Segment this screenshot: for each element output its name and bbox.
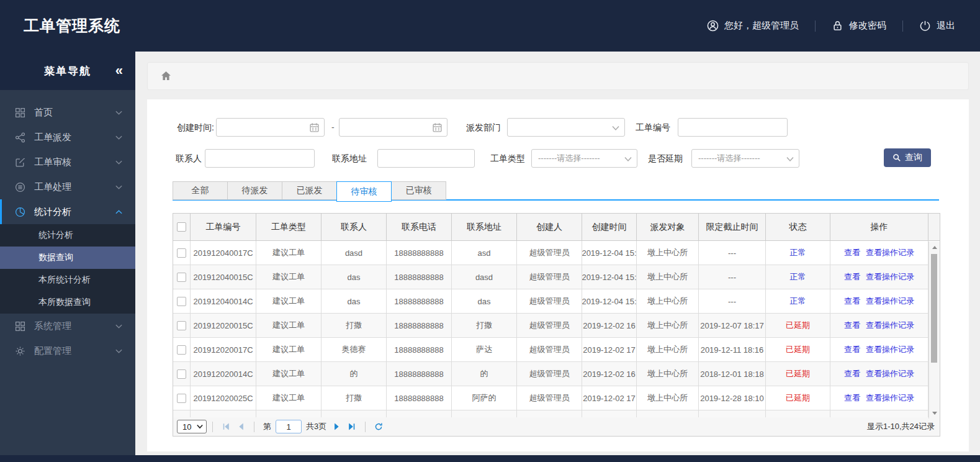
contact-addr-input[interactable] <box>377 149 475 168</box>
tab-dispatched[interactable]: 已派发 <box>282 181 337 200</box>
row-checkbox[interactable] <box>177 273 186 282</box>
sidebar-item-review[interactable]: 工单审核 <box>0 150 135 174</box>
create-time-cell: 2019-12-04 15: <box>582 289 637 314</box>
pagination-divider <box>365 422 366 432</box>
tab-reviewed[interactable]: 已审核 <box>391 181 446 200</box>
table-scrollbar[interactable] <box>928 242 940 419</box>
refresh-button[interactable] <box>373 421 384 432</box>
sidebar-item-statistics[interactable]: 统计分析 <box>0 199 135 224</box>
deadline-cell: --- <box>699 289 766 314</box>
status-cell: 已延期 <box>766 362 830 386</box>
contact-input[interactable] <box>205 149 315 168</box>
sidebar-item-system[interactable]: 系统管理 <box>0 314 135 338</box>
chevron-down-icon <box>115 134 123 142</box>
column-header: 工单类型 <box>256 214 321 241</box>
column-header: 联系人 <box>321 214 387 241</box>
sidebar-item-config[interactable]: 配置管理 <box>0 338 135 363</box>
create-time-cell: 2019-12-02 16 <box>582 314 637 338</box>
next-page-button[interactable] <box>331 421 343 432</box>
page-size-select[interactable]: 10 <box>177 420 207 433</box>
column-header: 创建人 <box>517 214 582 241</box>
work-order-table: 工单编号 工单类型 联系人 联系电话 联系地址 创建人 创建时间 派发对象 限定… <box>173 213 940 419</box>
status-cell: 正常 <box>766 265 830 289</box>
page-number-input[interactable] <box>276 420 302 433</box>
pagination-bar: 10 第 共3页 显示1-10,共24记录 <box>173 417 940 437</box>
column-header: 派发对象 <box>637 214 699 241</box>
order-no-cell: 201912040017C <box>191 241 256 265</box>
tab-to-dispatch[interactable]: 待派发 <box>227 181 282 200</box>
scrollbar-thumb[interactable] <box>931 254 937 363</box>
row-checkbox[interactable] <box>177 321 186 330</box>
calendar-icon[interactable] <box>432 122 443 133</box>
phone-cell: 18888888888 <box>387 338 452 362</box>
chevron-down-icon <box>786 156 794 162</box>
sidebar: 菜单导航 « 首页 工单派发 工单审核 工单处理 <box>0 52 135 455</box>
view-link[interactable]: 查看 <box>844 320 860 331</box>
scroll-down-arrow[interactable] <box>929 409 940 417</box>
order-type-cell: 建议工单 <box>256 386 321 410</box>
submenu-item-local-statistics[interactable]: 本所统计分析 <box>0 269 135 291</box>
row-checkbox[interactable] <box>177 248 186 258</box>
view-link[interactable]: 查看 <box>844 247 860 258</box>
dispatch-dept-select[interactable] <box>507 118 625 137</box>
date-range-separator: - <box>331 118 335 137</box>
last-page-button[interactable] <box>346 421 357 432</box>
sidebar-item-label: 统计分析 <box>34 206 71 218</box>
calendar-icon[interactable] <box>309 122 320 133</box>
order-no-input[interactable] <box>678 118 788 137</box>
view-log-link[interactable]: 查看操作记录 <box>866 320 914 331</box>
pie-chart-icon <box>15 207 25 217</box>
sidebar-collapse-icon[interactable]: « <box>115 64 123 78</box>
sidebar-item-label: 工单审核 <box>34 156 71 168</box>
order-type-cell: 建议工单 <box>256 241 321 265</box>
view-log-link[interactable]: 查看操作记录 <box>866 392 914 404</box>
home-icon[interactable] <box>161 71 171 81</box>
tab-all[interactable]: 全部 <box>173 181 228 200</box>
tab-to-review[interactable]: 待审核 <box>336 181 392 202</box>
submenu-item-data-query[interactable]: 数据查询 <box>0 247 135 269</box>
sidebar-item-dispatch[interactable]: 工单派发 <box>0 125 135 150</box>
overdue-select[interactable]: -------请选择------- <box>691 149 799 168</box>
view-link[interactable]: 查看 <box>844 271 860 283</box>
view-log-link[interactable]: 查看操作记录 <box>866 344 914 355</box>
row-checkbox-cell <box>173 241 191 265</box>
header-divider <box>815 20 816 32</box>
view-log-link[interactable]: 查看操作记录 <box>866 271 914 283</box>
view-link[interactable]: 查看 <box>844 368 860 379</box>
view-link[interactable]: 查看 <box>844 296 860 307</box>
row-checkbox[interactable] <box>177 369 186 379</box>
submenu-item-statistics[interactable]: 统计分析 <box>0 224 135 247</box>
breadcrumb <box>147 62 969 90</box>
submenu-item-local-data-query[interactable]: 本所数据查询 <box>0 291 135 314</box>
view-link[interactable]: 查看 <box>844 344 860 355</box>
row-checkbox[interactable] <box>177 394 186 403</box>
sidebar-item-label: 配置管理 <box>34 345 71 357</box>
create-time-end-input[interactable] <box>339 118 447 137</box>
scrollbar-header-cell <box>928 214 940 241</box>
row-checkbox[interactable] <box>177 345 186 355</box>
record-summary: 显示1-10,共24记录 <box>867 421 935 432</box>
view-log-link[interactable]: 查看操作记录 <box>866 368 914 379</box>
select-all-checkbox[interactable] <box>177 222 186 232</box>
table-row: 201912020015C建议工单打撒18888888888打撒超级管理员201… <box>173 314 940 338</box>
chevron-down-icon <box>624 156 632 162</box>
view-log-link[interactable]: 查看操作记录 <box>866 247 914 258</box>
sidebar-item-home[interactable]: 首页 <box>0 100 135 125</box>
sidebar-item-process[interactable]: 工单处理 <box>0 174 135 199</box>
create-time-start-input[interactable] <box>216 118 325 137</box>
search-button[interactable]: 查询 <box>884 148 931 167</box>
user-greeting[interactable]: 您好，超级管理员 <box>707 20 799 32</box>
scroll-up-arrow[interactable] <box>929 243 940 251</box>
view-link[interactable]: 查看 <box>844 392 860 404</box>
view-log-link[interactable]: 查看操作记录 <box>866 296 914 307</box>
row-checkbox[interactable] <box>177 297 186 306</box>
first-page-button[interactable] <box>220 421 232 432</box>
chevron-down-icon <box>115 109 123 117</box>
change-password-button[interactable]: 修改密码 <box>832 20 886 32</box>
dispatch-target-cell: 墩上中心所 <box>637 386 699 410</box>
order-no-cell: 201912020015C <box>191 314 256 338</box>
logout-button[interactable]: 退出 <box>919 20 955 32</box>
order-type-select[interactable]: -------请选择------- <box>531 149 637 168</box>
prev-page-button[interactable] <box>235 421 246 432</box>
search-button-label: 查询 <box>905 152 922 163</box>
